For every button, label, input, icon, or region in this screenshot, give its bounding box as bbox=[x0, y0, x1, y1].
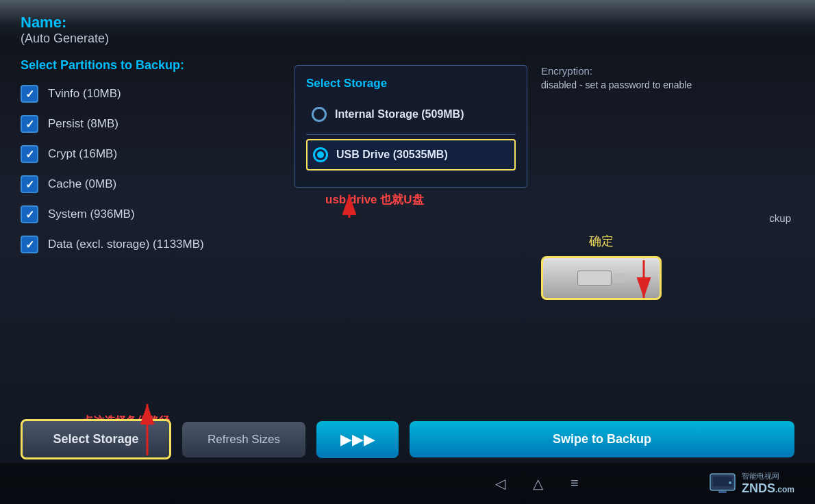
name-label: Name: bbox=[21, 14, 66, 31]
checkbox-tvinfo[interactable] bbox=[21, 85, 38, 103]
partition-tvinfo-label: Tvinfo (10MB) bbox=[48, 87, 121, 101]
partition-crypt-label: Crypt (16MB) bbox=[48, 147, 117, 161]
partition-persist-label: Persist (8MB) bbox=[48, 117, 118, 131]
checkbox-data[interactable] bbox=[21, 236, 38, 253]
partition-persist[interactable]: Persist (8MB) bbox=[21, 112, 308, 136]
checkbox-persist[interactable] bbox=[21, 115, 38, 133]
partition-cache[interactable]: Cache (0MB) bbox=[21, 173, 308, 196]
name-section: Name: (Auto Generate) bbox=[21, 14, 794, 46]
partition-system-label: System (936MB) bbox=[48, 207, 135, 221]
partition-data-label: Data (excl. storage) (1133MB) bbox=[48, 238, 204, 251]
name-value: (Auto Generate) bbox=[21, 32, 794, 46]
partition-system[interactable]: System (936MB) bbox=[21, 203, 308, 226]
partition-crypt[interactable]: Crypt (16MB) bbox=[21, 142, 308, 166]
partitions-title: Select Partitions to Backup: bbox=[21, 58, 308, 73]
checkbox-crypt[interactable] bbox=[21, 145, 38, 163]
partition-cache-label: Cache (0MB) bbox=[48, 177, 116, 191]
partition-tvinfo[interactable]: Tvinfo (10MB) bbox=[21, 82, 308, 105]
left-panel: Select Partitions to Backup: Tvinfo (10M… bbox=[21, 58, 308, 256]
checkbox-cache[interactable] bbox=[21, 175, 38, 193]
partition-data[interactable]: Data (excl. storage) (1133MB) bbox=[21, 233, 308, 256]
checkbox-system[interactable] bbox=[21, 205, 38, 223]
